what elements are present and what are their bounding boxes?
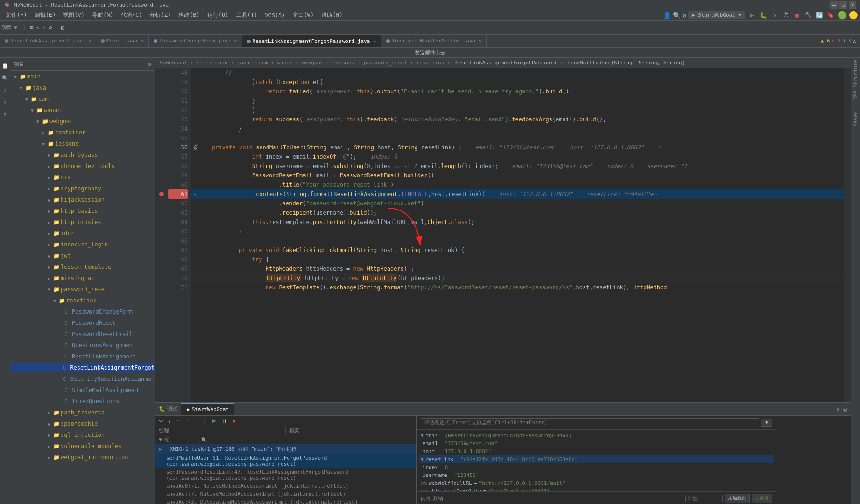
- run-cursor-btn[interactable]: ⇨: [183, 417, 191, 425]
- tree-item-passwordreset-class[interactable]: C PasswordReset: [10, 317, 155, 329]
- var-this[interactable]: ▼ this = {ResetLinkAssignmentForgotPassw…: [419, 432, 774, 440]
- menu-window[interactable]: 窗口(W): [289, 10, 318, 20]
- menu-vcs[interactable]: VCS(S): [261, 11, 289, 20]
- debug-button[interactable]: 🐛: [758, 10, 768, 21]
- tree-item-idor[interactable]: ▶ 📁 idor: [10, 228, 155, 239]
- tab-close[interactable]: ✕: [88, 38, 91, 43]
- right-scrollbar[interactable]: [844, 68, 851, 402]
- tool-5[interactable]: ⬆: [1, 110, 9, 119]
- tree-item-webgoat[interactable]: ▼ 📁 webgoat: [10, 116, 155, 127]
- tree-item-wanan[interactable]: ▼ 📁 wanan: [10, 105, 155, 116]
- stack-frame-2[interactable]: invoke0:-1, NativeMethodAccessorImpl (jd…: [155, 482, 416, 490]
- var-index[interactable]: index = 6: [419, 463, 774, 471]
- stack-frame-3[interactable]: invoke:77, NativeMethodAccessorImpl (jdk…: [155, 490, 416, 498]
- var-email[interactable]: email = "123456@test.com": [419, 440, 774, 448]
- tree-item-jwt[interactable]: ▶ 📁 jwt: [10, 250, 155, 261]
- maximize-button[interactable]: □: [839, 1, 847, 9]
- tree-item-lessons[interactable]: ▼ 📁 lessons: [10, 138, 155, 149]
- maven-label[interactable]: Maven: [853, 111, 859, 126]
- add-watch-before-btn[interactable]: 未加载前: [725, 494, 750, 503]
- bookmark-icon[interactable]: 🔖: [825, 10, 836, 21]
- step-into-btn[interactable]: ↓: [167, 417, 173, 425]
- tree-item-http-basics[interactable]: ▶ 📁 http_basics: [10, 205, 155, 217]
- tree-item-http-proxies[interactable]: ▶ 📁 http_proxies: [10, 217, 155, 228]
- tool-1[interactable]: 📋: [1, 62, 9, 70]
- tree-item-spoof[interactable]: ▶ 📁 spoofcookie: [10, 418, 155, 429]
- tree-item-auth-bypass[interactable]: ▶ 📁 auth_bypass: [10, 149, 155, 161]
- menu-run[interactable]: 运行(U): [204, 10, 233, 20]
- bottom-tab-startwebgoat[interactable]: ▶ StartWebGoat: [181, 403, 234, 415]
- tree-item-insecure[interactable]: ▶ 📁 insecure_login: [10, 239, 155, 250]
- tab-resetlinkassignmentforgotpassword[interactable]: ResetLinkAssignmentForgotPassword.java ✕: [242, 35, 382, 47]
- stack-frame-1[interactable]: sendPasswordResetLink:47, ResetLinkAssig…: [155, 468, 416, 482]
- tree-item-questionsassignment[interactable]: C QuestionsAssignment: [10, 340, 155, 351]
- tree-item-resetlinkassignmentforgot[interactable]: C ResetLinkAssignmentForgot: [10, 362, 155, 373]
- run-config[interactable]: ▶ StartWebGoat ▼: [688, 11, 745, 19]
- tree-item-resetlink-folder[interactable]: ▼ 📁 resetlink: [10, 295, 155, 306]
- tab-close[interactable]: ✕: [479, 38, 482, 43]
- notification-icon[interactable]: 🟢: [838, 11, 847, 20]
- var-username[interactable]: username = "123456": [419, 471, 774, 479]
- tree-item-path-traversal[interactable]: ▶ 📁 path_traversal: [10, 407, 155, 418]
- var-resttemplate[interactable]: ◯◯ this.restTemplate = {RestTemplate@194…: [419, 487, 774, 491]
- minimize-button[interactable]: —: [830, 1, 838, 9]
- close-button[interactable]: ✕: [849, 1, 856, 9]
- gutter-61-bp[interactable]: [155, 189, 168, 199]
- stop-button[interactable]: ■: [792, 10, 802, 21]
- tab-close[interactable]: ✕: [374, 39, 376, 44]
- tree-item-passwordchangeform[interactable]: C PasswordChangeForm: [10, 306, 155, 317]
- step-over-btn[interactable]: ⤼: [157, 417, 165, 425]
- menu-edit[interactable]: 编辑(E): [31, 10, 60, 20]
- tree-item-chrome[interactable]: ▶ 📁 chrome_dev_tools: [10, 161, 155, 172]
- stop-btn[interactable]: ■: [231, 417, 238, 425]
- menu-help[interactable]: 帮助(H): [317, 10, 346, 20]
- run-coverage-button[interactable]: ▷: [769, 10, 780, 21]
- thread-filter-input[interactable]: [164, 437, 201, 442]
- tree-item-cia[interactable]: ▶ 📁 cia: [10, 172, 155, 183]
- var-host[interactable]: host = "127.0.0.1:8082": [419, 448, 774, 455]
- tree-item-securityquestion[interactable]: C SecurityQuestionAssignmen: [10, 373, 155, 385]
- expand-icon[interactable]: ⬕: [61, 24, 64, 31]
- search-icon[interactable]: 🔍: [673, 12, 681, 19]
- bottom-tab-threads[interactable]: 🐛 调试: [155, 403, 181, 415]
- search-input[interactable]: [685, 495, 723, 502]
- filter-btn[interactable]: ▼: [761, 419, 772, 427]
- menu-code[interactable]: 代码(C): [117, 10, 146, 20]
- tool-3[interactable]: ↕: [1, 86, 9, 94]
- menu-file[interactable]: 文件(F): [2, 10, 31, 20]
- tab-model[interactable]: Model.java ✕: [96, 35, 149, 47]
- tab-resetlinkassignment[interactable]: ResetLinkAssignment.java ✕: [0, 35, 96, 47]
- ipa-structure-label[interactable]: IPA Structure: [853, 60, 859, 100]
- tree-item-triedquestions[interactable]: C TriedQuestions: [10, 396, 155, 407]
- pause-btn[interactable]: ⏸: [220, 417, 229, 425]
- menu-analyze[interactable]: 分析(Z): [146, 10, 175, 20]
- tab-passwordchangeform[interactable]: PasswordChangeForm.java ✕: [149, 35, 242, 47]
- var-webwolfmailurl[interactable]: ◯◯ webWolfMailURL = "http://127.0.0.1:90…: [419, 479, 774, 487]
- tree-item-vulnerable[interactable]: ▶ 📁 vulnerable_modules: [10, 441, 155, 452]
- tab-close[interactable]: ✕: [234, 38, 237, 43]
- tree-item-webgoat-intro[interactable]: ▶ 📁 webgoat_introduction: [10, 452, 155, 463]
- menu-navigate[interactable]: 导航(N): [88, 10, 117, 20]
- run-button[interactable]: ▶: [747, 10, 757, 21]
- stack-frame-4[interactable]: invoke:43, DelegatingMethodAccessorImpl …: [155, 498, 416, 504]
- tree-item-main[interactable]: ▼ 📁 main: [10, 71, 155, 82]
- sync-icon[interactable]: ↻: [36, 24, 40, 31]
- menu-view[interactable]: 视图(V): [59, 10, 88, 20]
- tool-4[interactable]: ⬇: [1, 98, 9, 106]
- structure-icon[interactable]: ⊞: [30, 24, 33, 31]
- tree-item-container[interactable]: ▶ 📁 container: [10, 127, 155, 138]
- tree-item-missing-ac[interactable]: ▶ 📁 missing_ac: [10, 273, 155, 284]
- tree-item-passwordresetemail[interactable]: C PasswordResetEmail: [10, 329, 155, 340]
- filter-search[interactable]: 🔍: [201, 437, 207, 442]
- breakpoint-61[interactable]: [159, 192, 164, 196]
- tree-item-password-reset[interactable]: ▼ 📁 password_reset: [10, 284, 155, 295]
- eval-btn[interactable]: ≡: [193, 417, 199, 425]
- tree-item-simplemailassignment[interactable]: C SimpleMailAssignment: [10, 385, 155, 396]
- expand-icon[interactable]: ⬕: [844, 406, 847, 413]
- tree-item-cryptography[interactable]: ▶ 📁 cryptography: [10, 183, 155, 194]
- sync-button[interactable]: 🔄: [814, 10, 825, 21]
- resume-btn[interactable]: ▶: [211, 417, 218, 425]
- build-button[interactable]: 🔨: [803, 10, 813, 21]
- tree-item-sql[interactable]: ▶ 📁 sql_injection: [10, 429, 155, 441]
- tree-item-hijack[interactable]: ▶ 📁 hijacksession: [10, 194, 155, 205]
